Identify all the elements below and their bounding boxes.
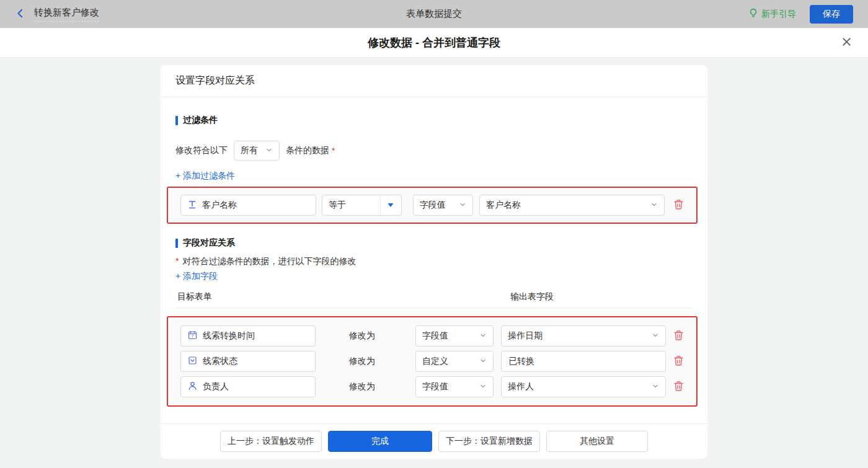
prev-step-button[interactable]: 上一步：设置触发动作 <box>220 431 322 452</box>
output-value-select[interactable]: 操作人 <box>501 376 666 397</box>
required-mark: * <box>175 256 179 266</box>
beginner-guide-button[interactable]: 新手引导 <box>748 8 796 20</box>
add-field-link[interactable]: + 添加字段 <box>175 271 218 282</box>
top-bar: 转换新客户修改 表单数据提交 新手引导 保存 <box>0 0 868 28</box>
delete-mapping-row-button[interactable] <box>673 330 684 343</box>
trash-icon <box>673 199 684 212</box>
trash-icon <box>673 381 684 394</box>
trash-icon <box>673 355 684 368</box>
next-step-button[interactable]: 下一步：设置新增数据 <box>438 431 540 452</box>
page-title: 表单数据提交 <box>406 8 462 20</box>
modify-to-label: 修改为 <box>349 356 377 367</box>
add-filter-condition-link[interactable]: + 添加过滤条件 <box>175 170 235 182</box>
target-field-input[interactable]: 负责人 <box>180 376 316 397</box>
back-button[interactable] <box>15 8 25 20</box>
dialog-title: 修改数据 - 合并到普通字段 <box>368 35 500 50</box>
chevron-down-icon <box>652 331 659 341</box>
chevron-down-icon <box>479 382 487 392</box>
mapping-column-headers: 目标表单 输出表字段 <box>175 289 693 308</box>
filter-row-highlight-box: 客户名称 等于 字段值 客户名称 <box>167 187 698 224</box>
card-footer: 上一步：设置触发动作 完成 下一步：设置新增数据 其他设置 <box>161 423 707 459</box>
modify-to-label: 修改为 <box>349 381 377 392</box>
condition-prefix: 修改符合以下 <box>175 145 228 156</box>
mapping-row: 7 线索转换时间 修改为 字段值 操作日期 <box>180 325 684 347</box>
condition-suffix: 条件的数据 <box>286 145 329 156</box>
chevron-left-icon <box>15 8 25 20</box>
triangle-down-icon <box>380 195 401 215</box>
other-settings-button[interactable]: 其他设置 <box>546 431 648 452</box>
delete-filter-row-button[interactable] <box>673 199 684 212</box>
filter-section-title: 过滤条件 <box>175 115 693 126</box>
mapping-section-title: 字段对应关系 <box>175 237 693 249</box>
workflow-title[interactable]: 转换新客户修改 <box>34 7 99 22</box>
value-type-select[interactable]: 自定义 <box>415 351 494 372</box>
close-button[interactable] <box>841 37 852 49</box>
filter-field-input[interactable]: 客户名称 <box>180 195 316 216</box>
person-icon <box>188 381 197 392</box>
done-button[interactable]: 完成 <box>328 431 432 452</box>
trash-icon <box>673 330 684 343</box>
column-header-output-field: 输出表字段 <box>510 291 554 302</box>
match-mode-select[interactable]: 所有 <box>234 141 280 161</box>
filter-condition-line: 修改符合以下 所有 条件的数据 * <box>175 141 693 161</box>
chevron-down-icon <box>650 200 658 210</box>
save-button[interactable]: 保存 <box>810 5 853 24</box>
dialog-header: 修改数据 - 合并到普通字段 <box>0 28 868 58</box>
value-type-select[interactable]: 字段值 <box>415 325 494 347</box>
section-accent-bar <box>175 116 178 125</box>
beginner-guide-label: 新手引导 <box>761 9 796 20</box>
select-box-icon <box>188 356 197 367</box>
lightbulb-icon <box>748 8 758 20</box>
card-header: 设置字段对应关系 <box>161 65 707 97</box>
chevron-down-icon <box>652 382 659 392</box>
filter-value-select[interactable]: 客户名称 <box>479 195 665 216</box>
chevron-down-icon <box>479 331 487 341</box>
settings-card: 设置字段对应关系 过滤条件 修改符合以下 所有 条件的数据 * + 添加过滤条件 <box>161 65 707 459</box>
value-type-select[interactable]: 字段值 <box>415 376 494 397</box>
delete-mapping-row-button[interactable] <box>673 355 684 368</box>
filter-value-type-select[interactable]: 字段值 <box>413 195 473 216</box>
text-field-icon <box>188 200 197 211</box>
section-accent-bar <box>175 239 178 248</box>
close-icon <box>841 37 852 49</box>
mapping-description: *对符合过滤条件的数据，进行以下字段的修改 <box>175 256 693 267</box>
target-field-input[interactable]: 线索状态 <box>180 351 316 372</box>
mapping-row: 负责人 修改为 字段值 操作人 <box>180 376 684 397</box>
custom-value-input[interactable]: 已转换 <box>501 351 666 372</box>
required-mark: * <box>332 146 335 156</box>
chevron-down-icon <box>479 356 487 366</box>
output-value-select[interactable]: 操作日期 <box>501 325 666 347</box>
dialog-body: 设置字段对应关系 过滤条件 修改符合以下 所有 条件的数据 * + 添加过滤条件 <box>0 58 868 468</box>
operator-select[interactable]: 等于 <box>322 195 402 216</box>
calendar-icon: 7 <box>188 330 197 342</box>
target-field-input[interactable]: 7 线索转换时间 <box>180 325 316 347</box>
chevron-down-icon <box>265 146 273 156</box>
mapping-row: 线索状态 修改为 自定义 已转换 <box>180 351 684 372</box>
chevron-down-icon <box>459 200 466 210</box>
delete-mapping-row-button[interactable] <box>673 381 684 394</box>
modify-to-label: 修改为 <box>349 330 377 342</box>
column-header-target-form: 目标表单 <box>177 291 212 302</box>
mapping-rows-highlight-box: 7 线索转换时间 修改为 字段值 操作日期 <box>167 316 698 407</box>
svg-text:7: 7 <box>192 334 194 338</box>
